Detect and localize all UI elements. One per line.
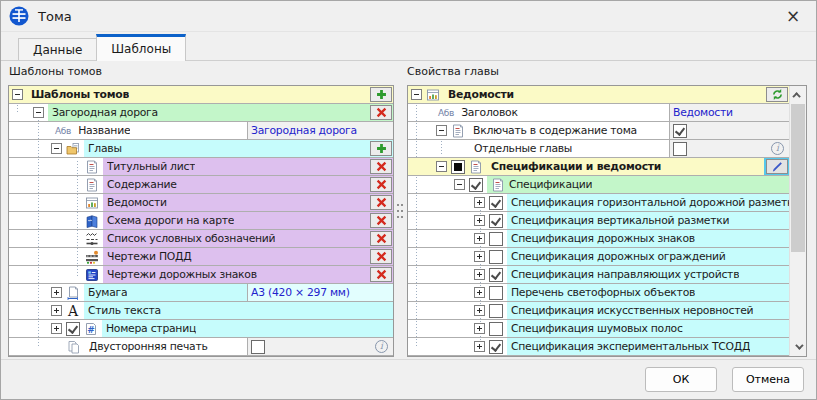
indent-spacer — [408, 122, 436, 139]
info-icon[interactable]: i — [771, 142, 784, 155]
edit-button[interactable] — [766, 159, 788, 174]
delete-button[interactable] — [370, 249, 392, 264]
checkbox[interactable] — [489, 250, 503, 264]
expander-plus-icon[interactable] — [474, 197, 485, 208]
expander-plus-icon[interactable] — [474, 305, 485, 316]
scrollbar-thumb[interactable] — [791, 104, 805, 252]
scroll-up-icon[interactable] — [790, 87, 806, 103]
row-value-cell — [669, 122, 789, 139]
close-icon[interactable]: × — [778, 3, 808, 29]
delete-button[interactable] — [370, 105, 392, 120]
tree-row[interactable]: Включать в содержание тома — [408, 122, 789, 140]
tree-row[interactable]: Ведомости — [9, 194, 393, 212]
tree-row[interactable]: Загородная дорога — [9, 104, 393, 122]
footer: ОК Отмена — [1, 359, 816, 399]
checkbox[interactable] — [489, 196, 503, 210]
delete-button[interactable] — [370, 231, 392, 246]
expander-minus-icon[interactable] — [12, 89, 23, 100]
tree-row[interactable]: Схема дороги на карте — [9, 212, 393, 230]
delete-button[interactable] — [370, 195, 392, 210]
refresh-button[interactable] — [766, 87, 788, 102]
row-label-cell: Перечень светофорных объектов — [507, 284, 789, 301]
tree-row[interactable]: АбвНазваниеЗагородная дорога — [9, 122, 393, 140]
tree-row[interactable]: AСтиль текста — [9, 302, 393, 320]
expander-plus-icon[interactable] — [474, 251, 485, 262]
tree-row[interactable]: Список условных обозначений — [9, 230, 393, 248]
tree-row[interactable]: Спецификация дорожных ограждений — [408, 248, 789, 266]
tree-row[interactable]: БумагаА3 (420 × 297 мм) — [9, 284, 393, 302]
checkbox[interactable] — [673, 142, 687, 156]
checkbox[interactable] — [451, 160, 465, 174]
splitter-grip[interactable] — [397, 204, 403, 218]
expander-plus-icon[interactable] — [474, 215, 485, 226]
delete-button[interactable] — [370, 213, 392, 228]
font-a-icon: A — [66, 304, 81, 318]
folder-pages-icon — [66, 142, 81, 156]
indent-spacer — [408, 338, 474, 355]
checkbox[interactable] — [469, 178, 483, 192]
checkbox[interactable] — [489, 286, 503, 300]
tree-row[interactable]: Спецификация шумовых полос — [408, 320, 789, 338]
expander-plus-icon[interactable] — [474, 323, 485, 334]
doc-lines-icon — [469, 160, 484, 174]
tree-row[interactable]: Титульный лист — [9, 158, 393, 176]
checkbox[interactable] — [489, 232, 503, 246]
expander-minus-icon[interactable] — [454, 179, 465, 190]
indent-spacer — [408, 302, 474, 319]
row-label: Спецификация искусственных неровностей — [511, 304, 753, 317]
checkbox[interactable] — [489, 214, 503, 228]
delete-button[interactable] — [370, 159, 392, 174]
expander-plus-icon[interactable] — [474, 287, 485, 298]
row-label: Спецификация дорожных знаков — [511, 232, 695, 245]
checkbox[interactable] — [489, 322, 503, 336]
expander-plus-icon[interactable] — [474, 269, 485, 280]
vertical-scrollbar[interactable] — [789, 86, 806, 356]
tree-row[interactable]: #Номера страниц — [9, 320, 393, 338]
expander-minus-icon[interactable] — [436, 161, 447, 172]
expander-plus-icon[interactable] — [51, 323, 62, 334]
info-icon[interactable]: i — [375, 340, 388, 353]
tree-row[interactable]: АбвЗаголовокВедомости — [408, 104, 789, 122]
tree-row[interactable]: Спецификация искусственных неровностей — [408, 302, 789, 320]
checkbox[interactable] — [489, 340, 503, 354]
delete-button[interactable] — [370, 177, 392, 192]
tree-row[interactable]: Отдельные главыi — [408, 140, 789, 158]
ok-button[interactable]: ОК — [645, 367, 717, 392]
tree-row[interactable]: Двусторонняя печатьi — [9, 338, 393, 356]
tree-row[interactable]: Перечень светофорных объектов — [408, 284, 789, 302]
checkbox[interactable] — [66, 322, 80, 336]
tab-data[interactable]: Данные — [18, 38, 97, 60]
tree-row[interactable]: Спецификация дорожных знаков — [408, 230, 789, 248]
delete-button[interactable] — [370, 267, 392, 282]
checkbox[interactable] — [673, 124, 687, 138]
tree-row[interactable]: Содержание — [9, 176, 393, 194]
tree-row[interactable]: Спецификация горизонтальной дорожной раз… — [408, 194, 789, 212]
add-button[interactable] — [370, 87, 392, 102]
expander-plus-icon[interactable] — [474, 341, 485, 352]
tree-row[interactable]: Спецификации — [408, 176, 789, 194]
cancel-button[interactable]: Отмена — [732, 367, 804, 392]
tree-row[interactable]: Шаблоны томов — [9, 86, 393, 104]
tree-row[interactable]: Спецификация направляющих устройств — [408, 266, 789, 284]
checkbox[interactable] — [489, 304, 503, 318]
checkbox[interactable] — [489, 268, 503, 282]
tree-row[interactable]: Спецификация экспериментальных ТСОДД — [408, 338, 789, 356]
expander-minus-icon[interactable] — [33, 107, 44, 118]
tree-row[interactable]: Чертежи ПОДД — [9, 248, 393, 266]
tree-row[interactable]: Спецификация вертикальной разметки — [408, 212, 789, 230]
expander-minus-icon[interactable] — [436, 125, 447, 136]
expander-plus-icon[interactable] — [474, 233, 485, 244]
expander-plus-icon[interactable] — [51, 287, 62, 298]
tree-row[interactable]: Чертежи дорожных знаков — [9, 266, 393, 284]
scroll-down-icon[interactable] — [790, 339, 806, 355]
tree-row[interactable]: Главы — [9, 140, 393, 158]
expander-minus-icon[interactable] — [51, 143, 62, 154]
expander-plus-icon[interactable] — [51, 305, 62, 316]
tree-row[interactable]: Ведомости — [408, 86, 789, 104]
tree-row[interactable]: Спецификации и ведомости — [408, 158, 789, 176]
row-label: Спецификация шумовых полос — [511, 322, 683, 335]
add-button[interactable] — [370, 141, 392, 156]
checkbox[interactable] — [251, 340, 265, 354]
expander-minus-icon[interactable] — [411, 89, 422, 100]
tab-templates[interactable]: Шаблоны — [96, 34, 186, 61]
